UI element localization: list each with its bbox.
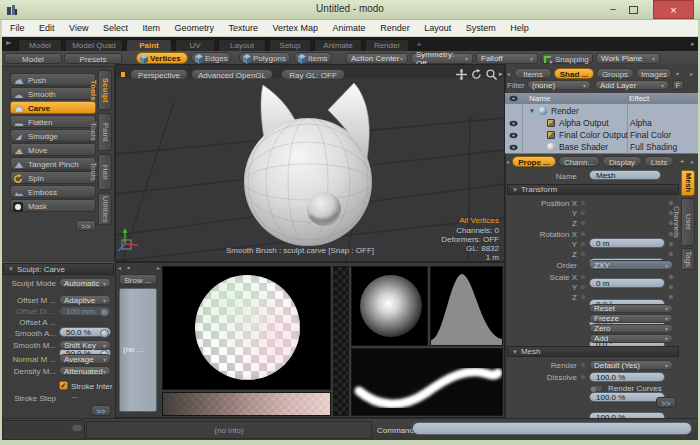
- menu-system[interactable]: System: [460, 20, 502, 37]
- tab-utilities[interactable]: Utilities: [98, 193, 112, 225]
- render-dropdown[interactable]: Default (Yes)▾: [589, 360, 673, 370]
- freeze-dropdown[interactable]: Freeze▾: [589, 314, 673, 323]
- model-button[interactable]: Model: [4, 53, 62, 64]
- tab-groups[interactable]: Groups: [596, 68, 634, 79]
- sculpt-mode-dropdown[interactable]: Automatic▾: [59, 278, 111, 288]
- mode-polygons-button[interactable]: Polygons: [239, 52, 291, 64]
- sculpt-panel-header[interactable]: ▼ Sculpt: Carve: [3, 263, 114, 275]
- tree-row-alpha-output[interactable]: Alpha Output Alpha: [505, 117, 698, 129]
- tree-row-final-color-output[interactable]: Final Color Output Final Color: [505, 129, 698, 141]
- smooth-mode-dropdown[interactable]: Shift Key▾: [59, 340, 111, 350]
- status-toggle[interactable]: [71, 424, 83, 432]
- tab-add-button[interactable]: +: [677, 157, 687, 166]
- tool-smooth[interactable]: Smooth: [10, 87, 96, 100]
- menu-vertex-map[interactable]: Vertex Map: [267, 20, 325, 37]
- tab-hair-tools[interactable]: Hair Tools: [98, 154, 112, 190]
- menu-file[interactable]: File: [4, 20, 31, 37]
- chevron-left-icon[interactable]: ◂: [118, 264, 121, 271]
- tool-carve[interactable]: Carve: [10, 101, 96, 114]
- filter-f-button[interactable]: F: [672, 80, 684, 90]
- tab-properties[interactable]: Prope ...: [512, 156, 556, 167]
- zero-dropdown[interactable]: Zero▾: [589, 324, 673, 333]
- close-button[interactable]: ×: [653, 0, 694, 19]
- menu-texture[interactable]: Texture: [223, 20, 265, 37]
- zoom-icon[interactable]: [486, 69, 497, 80]
- eye-icon[interactable]: [509, 120, 518, 127]
- brush-preview-sphere-tile[interactable]: [162, 266, 331, 390]
- maximize-button[interactable]: [629, 6, 638, 14]
- pan-icon[interactable]: [456, 69, 467, 80]
- menu-view[interactable]: View: [63, 20, 94, 37]
- chevron-right-icon[interactable]: ▸: [690, 70, 693, 77]
- stroke-interpolate-checkbox[interactable]: ✓: [59, 381, 68, 390]
- mesh-section-header[interactable]: ▼ Mesh: [507, 346, 679, 357]
- layout-tab-layout[interactable]: Layout: [218, 39, 266, 51]
- eye-icon[interactable]: [509, 144, 518, 151]
- side-tab-tags[interactable]: Tags: [681, 248, 695, 270]
- brush-gradient-ramp[interactable]: [162, 392, 331, 416]
- filter-dropdown[interactable]: (none)▾: [527, 80, 591, 90]
- menu-help[interactable]: Help: [504, 20, 535, 37]
- work-plane-dropdown[interactable]: Work Plane▾: [596, 53, 660, 64]
- menu-edit[interactable]: Edit: [33, 20, 61, 37]
- tab-images[interactable]: Images: [636, 68, 672, 79]
- snapping-button[interactable]: Snapping: [541, 53, 593, 64]
- offset-amount-field[interactable]: 50.0 %: [59, 327, 111, 337]
- expand-icon[interactable]: ▼: [529, 108, 535, 114]
- sculpt-more-button[interactable]: >>: [91, 405, 111, 416]
- tool-panel-more-button[interactable]: >>: [76, 220, 96, 231]
- browse-button[interactable]: Brow ...: [119, 274, 157, 285]
- mini-knob[interactable]: [668, 251, 674, 257]
- falloff-dropdown[interactable]: Falloff▾: [476, 53, 538, 64]
- layout-tabs-scroll-right[interactable]: ▸: [691, 40, 695, 48]
- reset-dropdown[interactable]: Reset▾: [589, 304, 673, 313]
- tab-items[interactable]: Items: [514, 68, 552, 79]
- mini-knob[interactable]: [668, 274, 674, 280]
- column-effect[interactable]: Effect: [629, 94, 649, 103]
- side-tab-user-channels[interactable]: User Channels: [681, 198, 695, 246]
- command-input[interactable]: [412, 422, 692, 435]
- tool-flatten[interactable]: Flatten: [10, 115, 96, 128]
- tab-sculpt-tools[interactable]: Sculpt Tools: [98, 70, 112, 110]
- scale-y-field[interactable]: 100.0 %: [589, 392, 665, 402]
- chevron-down-icon[interactable]: ▾: [127, 264, 130, 271]
- viewport-tab-perspective[interactable]: Perspective: [130, 69, 188, 80]
- column-name[interactable]: Name: [529, 94, 550, 103]
- layout-tab-model[interactable]: Model: [18, 39, 62, 51]
- mini-knob[interactable]: [668, 294, 674, 300]
- chevron-right-icon[interactable]: ▸: [691, 158, 694, 165]
- render-curves-toggle[interactable]: [589, 385, 603, 392]
- viewport-tab-advanced-opengl[interactable]: Advanced OpenGL: [191, 69, 273, 80]
- brush-falloff-preview-tile[interactable]: [351, 266, 428, 346]
- menu-geometry[interactable]: Geometry: [169, 20, 221, 37]
- add-layer-dropdown[interactable]: Add Layer▾: [595, 80, 669, 90]
- position-z-field[interactable]: 0 m: [589, 278, 665, 288]
- mode-vertices-button[interactable]: Vertices: [136, 52, 188, 64]
- mini-knob[interactable]: [668, 241, 674, 247]
- tool-emboss[interactable]: Emboss: [10, 185, 96, 198]
- tree-row-base-shader[interactable]: Base Shader Full Shading: [505, 141, 698, 153]
- menu-item[interactable]: Item: [136, 20, 166, 37]
- chevron-left-icon[interactable]: ◂: [507, 70, 510, 77]
- layout-tab-model-quad[interactable]: Model Quad: [65, 39, 123, 51]
- transform-section-header[interactable]: ▼ Transform: [507, 184, 679, 195]
- menu-animate[interactable]: Animate: [327, 20, 372, 37]
- layout-tab-animate[interactable]: Animate: [314, 39, 362, 51]
- tab-channels[interactable]: Chann...: [558, 156, 600, 167]
- minimize-button[interactable]: –: [604, 3, 622, 16]
- layout-tab-setup[interactable]: Setup: [269, 39, 311, 51]
- tab-paint-tools[interactable]: Paint Tools: [98, 113, 112, 151]
- position-x-field[interactable]: 0 m: [589, 238, 665, 248]
- menu-render[interactable]: Render: [374, 20, 416, 37]
- rotate-icon[interactable]: [471, 69, 482, 80]
- symmetry-dropdown[interactable]: Symmetry: Off▾: [411, 53, 473, 64]
- tab-shader-tree[interactable]: Shad ...: [554, 68, 594, 79]
- side-tab-mesh[interactable]: Mesh: [681, 170, 695, 196]
- mini-slider-knob[interactable]: [100, 329, 109, 338]
- layout-tab-paint[interactable]: Paint: [126, 39, 172, 51]
- falloff-curve-tile[interactable]: [430, 266, 503, 346]
- tool-mask[interactable]: Mask: [10, 199, 96, 212]
- order-dropdown[interactable]: ZXY▾: [589, 260, 673, 270]
- add-dropdown[interactable]: Add▾: [589, 334, 673, 343]
- viewport-options-arrow[interactable]: ▸: [499, 70, 503, 78]
